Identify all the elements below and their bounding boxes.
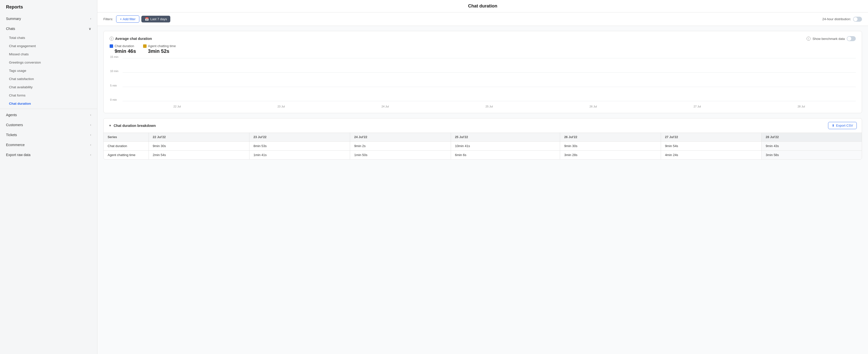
benchmark-info-icon[interactable]: i bbox=[807, 37, 811, 41]
topbar: Chat duration bbox=[97, 0, 868, 12]
cell-value: 8min 53s bbox=[249, 142, 350, 150]
filterbar-left: Filters: + Add filter 📅 Last 7 days bbox=[103, 15, 170, 23]
breakdown-table: Series22 Jul'2223 Jul'2224 Jul'2225 Jul'… bbox=[104, 133, 862, 159]
legend-text-chatting-time: Agent chatting time bbox=[148, 44, 176, 48]
chart-header: i Average chat duration i Show benchmark… bbox=[110, 36, 856, 41]
benchmark-row: i Show benchmark data bbox=[807, 36, 856, 41]
cell-value: 1min 41s bbox=[249, 150, 350, 160]
export-csv-button[interactable]: ⬇ Export CSV bbox=[828, 122, 857, 129]
grid-label: 5 min bbox=[110, 84, 117, 87]
grid-label: 0 min bbox=[110, 98, 117, 101]
sidebar-item-summary[interactable]: Summary › bbox=[0, 14, 97, 24]
cell-value: 9min 30s bbox=[149, 142, 249, 150]
legend-item-chatting-time: Agent chatting time 3min 52s bbox=[143, 44, 176, 54]
sidebar-item-chat-forms[interactable]: Chat forms bbox=[0, 91, 97, 100]
chevron-right-icon-ecommerce: › bbox=[90, 143, 91, 147]
date-range-button[interactable]: 📅 Last 7 days bbox=[141, 16, 170, 23]
col-date-header: 26 Jul'22 bbox=[560, 133, 661, 142]
chevron-right-icon-export: › bbox=[90, 153, 91, 156]
legend-value-chatting-time: 3min 52s bbox=[148, 48, 169, 54]
cell-value: 9min 30s bbox=[560, 142, 661, 150]
sidebar-item-ecommerce[interactable]: Ecommerce › bbox=[0, 140, 97, 150]
x-label: 25 Jul bbox=[486, 105, 493, 108]
sidebar-section-chats: Chats ∨ Total chats Chat engagement Miss… bbox=[0, 24, 97, 108]
plus-icon: + bbox=[120, 17, 122, 21]
col-date-header: 23 Jul'22 bbox=[249, 133, 350, 142]
filters-label: Filters: bbox=[103, 17, 113, 21]
cell-series: Chat duration bbox=[104, 142, 149, 150]
table-row: Agent chatting time2min 54s1min 41s1min … bbox=[104, 150, 862, 160]
cell-value: 1min 50s bbox=[350, 150, 451, 160]
legend-value-duration: 9min 46s bbox=[115, 48, 136, 54]
breakdown-title-label: Chat duration breakdown bbox=[114, 123, 156, 128]
col-date-header: 25 Jul'22 bbox=[451, 133, 560, 142]
sidebar-item-missed-chats[interactable]: Missed chats bbox=[0, 50, 97, 58]
sidebar-item-summary-label: Summary bbox=[6, 17, 21, 21]
grid-label: 15 min bbox=[110, 55, 118, 58]
sidebar-item-total-chats[interactable]: Total chats bbox=[0, 34, 97, 42]
page-title: Chat duration bbox=[468, 3, 497, 8]
export-raw-data-label: Export raw data bbox=[6, 153, 30, 157]
avg-duration-card: i Average chat duration i Show benchmark… bbox=[103, 31, 862, 113]
sidebar: Reports Summary › Chats ∨ Total chats Ch… bbox=[0, 0, 97, 354]
legend-label-chatting-time: Agent chatting time bbox=[143, 44, 176, 48]
calendar-icon: 📅 bbox=[145, 17, 149, 21]
filterbar-right: 24-hour distribution: bbox=[822, 17, 862, 22]
chevron-right-icon-customers: › bbox=[90, 123, 91, 127]
cell-value: 9min 2s bbox=[350, 142, 451, 150]
sidebar-item-greetings-conversion[interactable]: Greetings conversion bbox=[0, 58, 97, 67]
collapse-icon: ▼ bbox=[108, 124, 112, 128]
sidebar-item-chat-duration[interactable]: Chat duration bbox=[0, 100, 97, 108]
col-date-header: 24 Jul'22 bbox=[350, 133, 451, 142]
benchmark-toggle[interactable] bbox=[847, 36, 856, 41]
legend-dot-yellow bbox=[143, 44, 147, 48]
breakdown-title[interactable]: ▼ Chat duration breakdown bbox=[108, 123, 156, 128]
chevron-down-icon: ∨ bbox=[89, 27, 91, 31]
col-date-header: 28 Jul'22 bbox=[762, 133, 862, 142]
add-filter-button[interactable]: + Add filter bbox=[116, 15, 140, 23]
sidebar-item-customers[interactable]: Customers › bbox=[0, 120, 97, 130]
sidebar-item-tickets[interactable]: Tickets › bbox=[0, 130, 97, 140]
cell-series: Agent chatting time bbox=[104, 150, 149, 160]
x-label: 26 Jul bbox=[590, 105, 597, 108]
divider bbox=[0, 109, 97, 109]
chats-subitems: Total chats Chat engagement Missed chats… bbox=[0, 34, 97, 108]
sidebar-item-tags-usage[interactable]: Tags usage bbox=[0, 67, 97, 75]
grid-line: 0 min bbox=[123, 101, 856, 101]
col-date-header: 27 Jul'22 bbox=[661, 133, 762, 142]
cell-value: 4min 24s bbox=[661, 150, 762, 160]
ecommerce-label: Ecommerce bbox=[6, 143, 25, 147]
sidebar-item-chat-engagement[interactable]: Chat engagement bbox=[0, 42, 97, 50]
breakdown-header: ▼ Chat duration breakdown ⬇ Export CSV bbox=[104, 118, 862, 133]
sidebar-item-chat-availability[interactable]: Chat availability bbox=[0, 83, 97, 91]
x-label: 23 Jul bbox=[277, 105, 285, 108]
filterbar: Filters: + Add filter 📅 Last 7 days 24-h… bbox=[97, 12, 868, 26]
legend-label-duration: Chat duration bbox=[110, 44, 134, 48]
cell-value: 3min 28s bbox=[560, 150, 661, 160]
cell-value: 9min 54s bbox=[661, 142, 762, 150]
x-axis-labels: 22 Jul23 Jul24 Jul25 Jul26 Jul27 Jul28 J… bbox=[123, 105, 856, 108]
sidebar-item-chat-satisfaction[interactable]: Chat satisfaction bbox=[0, 75, 97, 83]
cell-value: 6min 6s bbox=[451, 150, 560, 160]
sidebar-section-chats-header[interactable]: Chats ∨ bbox=[0, 24, 97, 34]
customers-label: Customers bbox=[6, 123, 23, 127]
sidebar-item-export-raw-data[interactable]: Export raw data › bbox=[0, 150, 97, 160]
sidebar-item-agents[interactable]: Agents › bbox=[0, 110, 97, 120]
cell-value: 2min 54s bbox=[149, 150, 249, 160]
distribution-label: 24-hour distribution: bbox=[822, 17, 851, 21]
legend-text-duration: Chat duration bbox=[115, 44, 134, 48]
download-icon: ⬇ bbox=[832, 123, 835, 128]
x-label: 24 Jul bbox=[381, 105, 389, 108]
x-label: 22 Jul bbox=[174, 105, 181, 108]
chevron-right-icon: › bbox=[90, 17, 91, 21]
benchmark-label: Show benchmark data bbox=[812, 37, 845, 41]
col-series-header: Series bbox=[104, 133, 149, 142]
bars-area bbox=[123, 58, 856, 101]
distribution-toggle[interactable] bbox=[853, 17, 862, 22]
info-icon[interactable]: i bbox=[110, 37, 114, 41]
cell-value: 10min 41s bbox=[451, 142, 560, 150]
sidebar-title: Reports bbox=[0, 0, 97, 14]
add-filter-label: Add filter bbox=[123, 17, 135, 21]
chevron-right-icon-tickets: › bbox=[90, 133, 91, 137]
agents-label: Agents bbox=[6, 113, 17, 117]
